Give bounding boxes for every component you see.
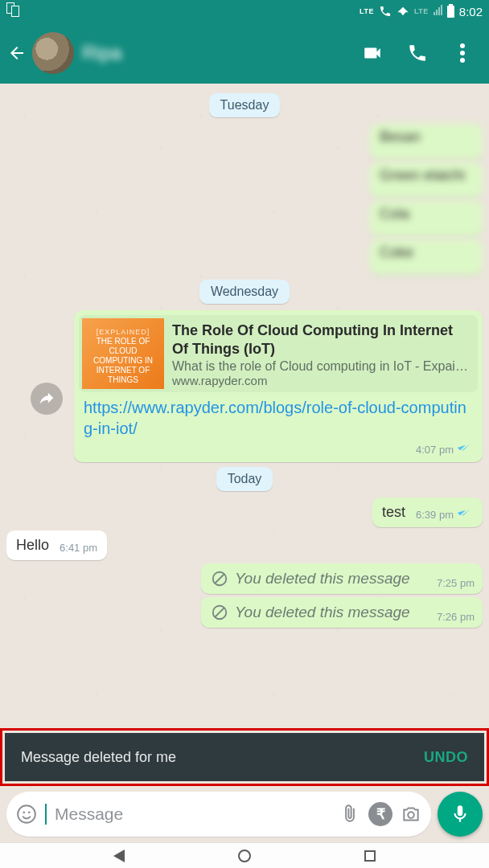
- message-text: Hello: [16, 537, 49, 553]
- message-composer: ₹: [0, 786, 489, 842]
- compose-input-box[interactable]: ₹: [6, 792, 431, 837]
- deleted-text: You deleted this message: [235, 570, 410, 588]
- svg-point-5: [23, 812, 25, 814]
- highlight-annotation: Message deleted for me UNDO: [0, 728, 489, 786]
- message-time: 7:25 pm: [437, 577, 475, 589]
- wifi-icon: [397, 5, 409, 18]
- message-text: Cola: [380, 206, 409, 222]
- outgoing-message-blurred[interactable]: Green elaichi: [6, 162, 483, 198]
- outgoing-message-deleted[interactable]: You deleted this message 7:25 pm: [6, 563, 483, 594]
- chat-area[interactable]: Tuesday Besan Green elaichi Cola Coke We…: [0, 84, 489, 786]
- nav-back-button[interactable]: [113, 850, 125, 862]
- nav-home-button[interactable]: [238, 850, 251, 862]
- voice-call-button[interactable]: [399, 35, 436, 72]
- forward-arrow-icon: [38, 390, 55, 407]
- kebab-icon: [460, 51, 465, 55]
- mic-icon: [450, 804, 471, 825]
- read-receipt-icon: [457, 507, 473, 521]
- outgoing-message-blurred[interactable]: Cola: [6, 201, 483, 236]
- outgoing-message-blurred[interactable]: Coke: [6, 240, 483, 275]
- incoming-message[interactable]: Hello 6:41 pm: [6, 530, 483, 560]
- message-text: Besan: [380, 129, 421, 145]
- outgoing-message-deleted[interactable]: You deleted this message 7:26 pm: [6, 597, 483, 628]
- nav-recents-button[interactable]: [364, 850, 376, 862]
- camera-icon[interactable]: [401, 804, 421, 825]
- message-input[interactable]: [55, 805, 331, 824]
- svg-line-1: [216, 575, 224, 583]
- no-entry-icon: [211, 604, 228, 621]
- undo-button[interactable]: UNDO: [424, 749, 468, 766]
- message-time: 4:07 pm: [416, 444, 454, 456]
- battery-icon: [447, 6, 454, 18]
- svg-line-3: [216, 608, 224, 617]
- deleted-text: You deleted this message: [235, 604, 410, 621]
- signal-icon: [434, 5, 442, 18]
- more-options-button[interactable]: [444, 35, 481, 72]
- android-nav-bar: [0, 842, 489, 868]
- link-preview[interactable]: [EXPLAINED] THE ROLE OF CLOUD COMPUTING …: [79, 315, 478, 392]
- message-time: 6:41 pm: [60, 542, 97, 554]
- voice-record-button[interactable]: [438, 792, 483, 837]
- android-status-bar: LTE LTE 8:02: [0, 0, 489, 23]
- outgoing-message-link[interactable]: [EXPLAINED] THE ROLE OF CLOUD COMPUTING …: [6, 310, 483, 462]
- preview-description: What is the role of Cloud computing in I…: [172, 359, 470, 374]
- volte-call-icon: [379, 5, 392, 18]
- payment-button[interactable]: ₹: [368, 802, 392, 826]
- text-caret: [45, 804, 47, 825]
- message-time: 7:26 pm: [437, 611, 475, 623]
- lte-label-2: LTE: [414, 7, 429, 15]
- chat-header: Ripa: [0, 23, 489, 84]
- status-notifications: [6, 4, 19, 19]
- video-icon: [362, 43, 383, 63]
- snackbar: Message deleted for me UNDO: [5, 733, 484, 781]
- day-separator-tuesday: Tuesday: [209, 93, 281, 117]
- no-entry-icon: [211, 570, 228, 588]
- video-call-button[interactable]: [354, 35, 391, 72]
- message-text: test: [382, 504, 405, 520]
- arrow-left-icon: [7, 43, 27, 63]
- back-button[interactable]: [5, 37, 29, 69]
- preview-domain: www.rapyder.com: [172, 374, 470, 387]
- thumb-subtitle: THE ROLE OF CLOUD COMPUTING IN INTERNET …: [87, 337, 159, 385]
- message-text: Coke: [380, 244, 413, 260]
- day-separator-wednesday: Wednesday: [199, 280, 290, 304]
- thumb-label: [EXPLAINED]: [87, 328, 159, 337]
- forward-button[interactable]: [31, 383, 63, 415]
- message-text: Green elaichi: [380, 167, 465, 183]
- preview-thumbnail: [EXPLAINED] THE ROLE OF CLOUD COMPUTING …: [82, 318, 164, 389]
- notification-icon: [6, 4, 19, 17]
- phone-icon: [407, 43, 428, 63]
- message-link-text[interactable]: https://www.rapyder.com/blogs/role-of-cl…: [79, 392, 478, 440]
- snackbar-text: Message deleted for me: [21, 749, 176, 766]
- message-time: 6:39 pm: [416, 509, 454, 521]
- day-separator-today: Today: [216, 467, 273, 491]
- svg-point-4: [18, 805, 35, 823]
- emoji-icon[interactable]: [16, 804, 37, 825]
- outgoing-message[interactable]: test 6:39 pm: [6, 497, 483, 527]
- lte-label-1: LTE: [360, 7, 374, 15]
- outgoing-message-blurred[interactable]: Besan: [6, 124, 483, 159]
- contact-avatar[interactable]: [32, 32, 74, 74]
- read-receipt-icon: [457, 442, 473, 456]
- svg-point-7: [408, 812, 414, 818]
- preview-title: The Role Of Cloud Computing In Internet …: [172, 321, 470, 358]
- svg-point-6: [28, 812, 31, 814]
- contact-name[interactable]: Ripa: [82, 42, 121, 64]
- attachment-icon[interactable]: [339, 804, 360, 825]
- status-clock: 8:02: [459, 5, 483, 18]
